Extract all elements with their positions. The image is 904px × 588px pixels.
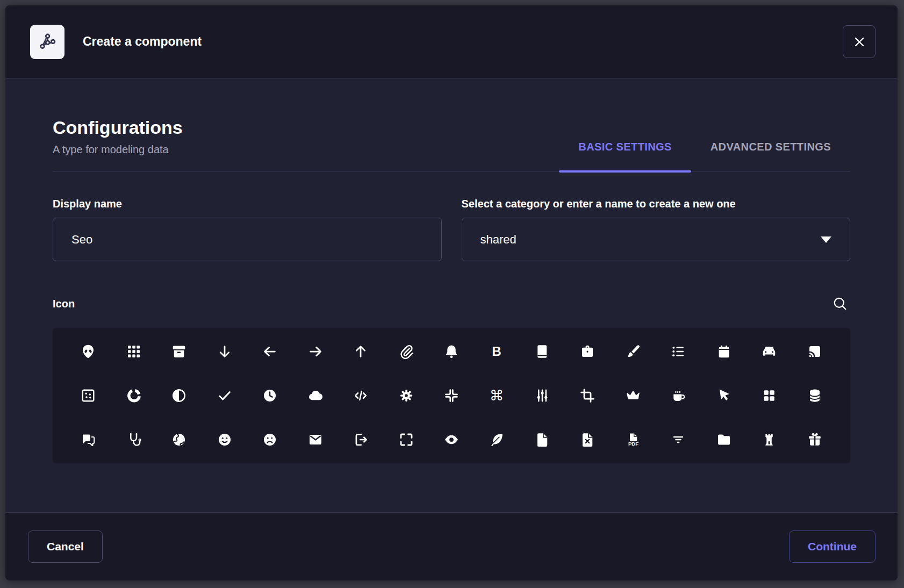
icon-option-cog[interactable] — [383, 374, 428, 418]
chevron-down-icon — [821, 236, 831, 243]
close-icon — [852, 34, 867, 49]
icon-option-dashboard[interactable] — [747, 374, 792, 418]
icon-option-calendar[interactable] — [701, 329, 747, 374]
create-component-modal: Create a component Configurations A type… — [5, 5, 898, 580]
tab-basic-settings[interactable]: BASIC SETTINGS — [559, 141, 691, 171]
display-name-label: Display name — [53, 198, 442, 210]
icon-option-cup[interactable] — [656, 374, 701, 418]
icon-search-button[interactable] — [830, 293, 850, 314]
icon-option-envelope[interactable] — [292, 418, 338, 462]
icon-option-alien[interactable] — [66, 329, 111, 374]
category-select[interactable]: shared — [462, 218, 851, 261]
icon-option-briefcase[interactable] — [565, 329, 610, 374]
icon-picker-section: Icon B⌘PDF — [53, 293, 850, 463]
svg-text:PDF: PDF — [628, 441, 638, 447]
icon-option-folder[interactable] — [701, 418, 747, 462]
continue-button[interactable]: Continue — [789, 530, 876, 563]
form-fields-row: Display name Select a category or enter … — [53, 198, 850, 261]
icon-option-chart-pie[interactable] — [156, 374, 202, 418]
icon-option-attachment[interactable] — [383, 329, 428, 374]
settings-tabs: BASIC SETTINGS ADVANCED SETTINGS — [559, 141, 850, 171]
modal-header: Create a component — [5, 5, 898, 78]
display-name-input[interactable] — [53, 218, 442, 261]
icon-option-cloud[interactable] — [292, 374, 338, 418]
icon-option-emotion-unhappy[interactable] — [247, 418, 292, 462]
section-heading-row: Configurations A type for modeling data … — [53, 117, 850, 172]
icon-option-crop[interactable] — [565, 374, 610, 418]
icon-option-command[interactable]: ⌘ — [474, 374, 519, 418]
modal-title: Create a component — [83, 34, 202, 49]
icon-option-clock[interactable] — [247, 374, 292, 418]
icon-option-arrow-left[interactable] — [247, 329, 292, 374]
icon-option-gift[interactable] — [792, 418, 837, 462]
icon-option-earth[interactable] — [156, 418, 202, 462]
category-label: Select a category or enter a name to cre… — [462, 198, 851, 210]
icon-option-arrow-up[interactable] — [338, 329, 383, 374]
icon-option-filter[interactable] — [656, 418, 701, 462]
icon-picker-label: Icon — [53, 298, 75, 310]
icon-option-arrow-down[interactable] — [202, 329, 247, 374]
icon-option-archive[interactable] — [156, 329, 202, 374]
icon-option-file[interactable] — [520, 418, 565, 462]
icon-option-check[interactable] — [202, 374, 247, 418]
icon-option-exit[interactable] — [338, 418, 383, 462]
icon-option-database[interactable] — [792, 374, 837, 418]
page-subtitle: A type for modeling data — [53, 142, 183, 156]
icon-option-cast[interactable] — [792, 329, 837, 374]
icon-option-car[interactable] — [747, 329, 792, 374]
icon-grid: B⌘PDF — [53, 328, 850, 463]
icon-option-connector[interactable] — [520, 374, 565, 418]
search-icon — [832, 296, 848, 312]
icon-option-bold[interactable]: B — [474, 329, 519, 374]
icon-label-row: Icon — [53, 293, 850, 314]
category-select-value: shared — [480, 233, 516, 247]
svg-text:B: B — [492, 344, 501, 358]
icon-option-arrow-right[interactable] — [292, 329, 338, 374]
icon-option-book[interactable] — [520, 329, 565, 374]
display-name-field: Display name — [53, 198, 442, 261]
icon-option-apps[interactable] — [111, 329, 156, 374]
icon-option-emotion-happy[interactable] — [202, 418, 247, 462]
icon-option-fort[interactable] — [747, 418, 792, 462]
icon-option-doctor[interactable] — [111, 418, 156, 462]
icon-option-expand[interactable] — [383, 418, 428, 462]
icon-option-brush[interactable] — [611, 329, 656, 374]
tab-advanced-settings[interactable]: ADVANCED SETTINGS — [691, 141, 850, 171]
icon-option-cursor[interactable] — [701, 374, 747, 418]
icon-option-file-pdf[interactable]: PDF — [611, 418, 656, 462]
icon-option-chart-bubble[interactable] — [66, 374, 111, 418]
category-field: Select a category or enter a name to cre… — [462, 198, 851, 261]
icon-option-feather[interactable] — [474, 418, 519, 462]
icon-option-bell[interactable] — [429, 329, 474, 374]
icon-option-discuss[interactable] — [66, 418, 111, 462]
page-title: Configurations — [53, 117, 183, 138]
modal-footer: Cancel Continue — [5, 512, 898, 580]
icon-option-collapse[interactable] — [429, 374, 474, 418]
icon-option-bullet-list[interactable] — [656, 329, 701, 374]
icon-option-chart-circle[interactable] — [111, 374, 156, 418]
icon-option-crown[interactable] — [611, 374, 656, 418]
icon-option-eye[interactable] — [429, 418, 474, 462]
section-heading: Configurations A type for modeling data — [53, 117, 183, 171]
icon-option-code[interactable] — [338, 374, 383, 418]
svg-text:⌘: ⌘ — [490, 388, 504, 404]
modal-body: Configurations A type for modeling data … — [5, 78, 898, 512]
icon-option-file-error[interactable] — [565, 418, 610, 462]
component-icon — [30, 25, 64, 59]
cancel-button[interactable]: Cancel — [28, 530, 103, 563]
close-button[interactable] — [843, 25, 876, 58]
